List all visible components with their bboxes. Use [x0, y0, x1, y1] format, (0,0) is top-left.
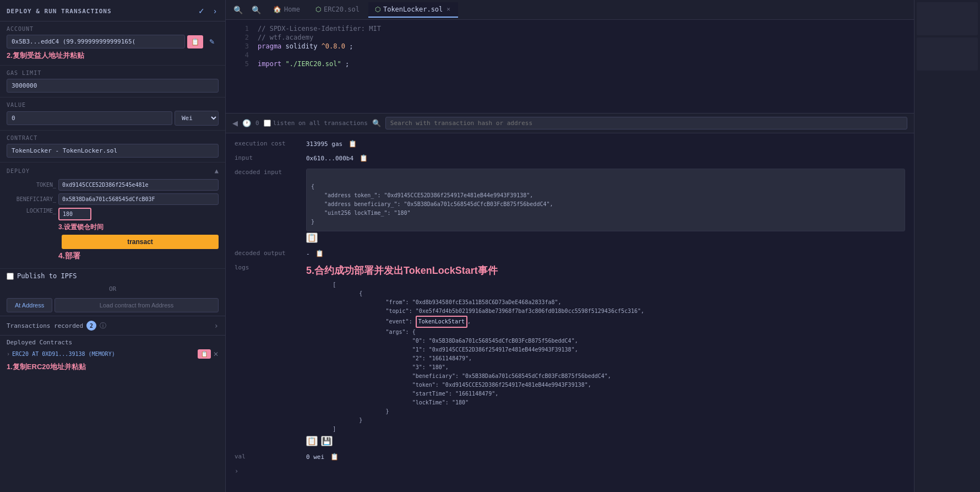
- decoded-output-row: decoded output - 📋: [235, 250, 905, 257]
- account-edit-button[interactable]: ✎: [205, 35, 219, 48]
- execution-cost-row: execution cost 313995 gas 📋: [235, 140, 905, 148]
- at-address-row: At Address Load contract from Address: [0, 295, 225, 316]
- tab-tokenlocker[interactable]: ⬡ TokenLocker.sol ✕: [368, 2, 458, 18]
- panel-header: DEPLOY & RUN TRANSACTIONS ✓ ›: [0, 0, 225, 21]
- annotation-step5: 5.合约成功部署并发出TokenLockStart事件: [306, 264, 905, 277]
- deploy-collapse-icon[interactable]: ▲: [215, 167, 219, 175]
- tx-listen-row: listen on all transactions: [264, 120, 368, 127]
- load-contract-button[interactable]: Load contract from Address: [55, 298, 219, 312]
- logs-block-container: 5.合约成功部署并发出TokenLockStart事件 [ { "from": …: [306, 264, 905, 446]
- line-num-2: 2: [232, 34, 249, 41]
- gas-input[interactable]: [7, 79, 219, 93]
- code-text-3: pragma solidity ^0.8.0 ;: [258, 42, 353, 50]
- account-select[interactable]: 0x5B3...eddC4 (99.999999999999165(: [7, 35, 185, 48]
- publish-ipfs-checkbox[interactable]: [7, 273, 14, 280]
- check-icon[interactable]: ✓: [196, 6, 207, 17]
- arrow-right-panel-icon[interactable]: ›: [211, 6, 219, 17]
- tokenlocker-tab-dot: ⬡: [375, 6, 380, 13]
- deploy-section: DEPLOY ▲ TOKEN_ BENEFICIARY_ LOCKTIME_ 3…: [0, 163, 225, 269]
- account-row: 0x5B3...eddC4 (99.999999999999165( 📋 ✎: [7, 35, 219, 48]
- locktime-row: LOCKTIME_ 3.设置锁仓时间: [7, 208, 219, 232]
- decoded-input-content: { "address token_": "0xd9145CCE52D386f25…: [306, 169, 905, 231]
- locktime-field-label: LOCKTIME_: [7, 208, 56, 214]
- tokenlocker-tab-close-icon[interactable]: ✕: [445, 6, 451, 13]
- tx-listen-checkbox[interactable]: [264, 120, 271, 127]
- logs-row: logs 5.合约成功部署并发出TokenLockStart事件 [ { "fr…: [235, 264, 905, 446]
- decoded-output-copy-button[interactable]: 📋: [315, 250, 324, 257]
- logs-save-button[interactable]: 💾: [321, 436, 333, 446]
- tx-search-icon[interactable]: 🔍: [372, 119, 381, 127]
- code-line-3: 3 pragma solidity ^0.8.0 ;: [226, 42, 914, 51]
- val-copy-button[interactable]: 📋: [330, 453, 339, 461]
- tx-search-input[interactable]: [385, 117, 907, 129]
- tab-home[interactable]: 🏠 Home: [266, 2, 307, 18]
- erc20-tab-dot: ⬡: [315, 6, 321, 13]
- beneficiary-field-label: BENEFICIARY_: [7, 196, 56, 202]
- panel-header-icons: ✓ ›: [196, 6, 219, 17]
- account-label: ACCOUNT: [7, 26, 219, 32]
- left-panel: DEPLOY & RUN TRANSACTIONS ✓ › ACCOUNT 0x…: [0, 0, 226, 492]
- transactions-row: Transactions recorded 2 ⓘ ›: [0, 316, 225, 335]
- deploy-header: DEPLOY ▲: [7, 167, 219, 175]
- tx-back-icon[interactable]: ◀: [232, 119, 238, 127]
- decoded-input-row: decoded input { "address token_": "0xd91…: [235, 169, 905, 243]
- unit-select[interactable]: Wei Gwei Ether: [175, 111, 219, 126]
- execution-cost-copy-button[interactable]: 📋: [349, 140, 357, 148]
- token-input[interactable]: [58, 179, 219, 191]
- code-line-5: 5 import "./IERC20.sol" ;: [226, 60, 914, 68]
- tab-bar: 🔍 🔍 🏠 Home ⬡ ERC20.sol ⬡ TokenLocker.sol…: [226, 0, 914, 20]
- input-row: input 0x610...000b4 📋: [235, 154, 905, 162]
- transactions-arrow[interactable]: ›: [214, 321, 219, 330]
- annotation-step3: 3.设置锁仓时间: [58, 223, 219, 232]
- home-tab-label: Home: [284, 6, 300, 13]
- val-key: val: [235, 453, 306, 461]
- code-area: 1 // SPDX-License-Identifier: MIT 2 // w…: [226, 20, 914, 113]
- input-copy-button[interactable]: 📋: [360, 154, 368, 162]
- execution-cost-value: 313995 gas 📋: [306, 140, 905, 148]
- value-section: VALUE Wei Gwei Ether: [0, 98, 225, 131]
- tx-listen-label: listen on all transactions: [273, 120, 368, 127]
- transactions-label: Transactions recorded 2 ⓘ: [7, 321, 106, 331]
- value-row: Wei Gwei Ether: [7, 111, 219, 126]
- tx-clock-icon[interactable]: 🕐: [242, 119, 251, 127]
- logs-key: logs: [235, 264, 306, 271]
- deployed-contract-item: › ERC20 AT 0XD91...39138 (MEMORY) 📋 ✕: [7, 349, 219, 359]
- beneficiary-input[interactable]: [58, 193, 219, 205]
- zoom-in-icon[interactable]: 🔍: [248, 3, 264, 17]
- tokenlocker-tab-label: TokenLocker.sol: [383, 6, 443, 13]
- deployed-contract-copy-button[interactable]: 📋: [198, 349, 211, 359]
- deploy-label: DEPLOY: [7, 168, 30, 174]
- mini-preview-1: [917, 2, 978, 35]
- deployed-contract-close-button[interactable]: ✕: [213, 350, 219, 358]
- at-address-button[interactable]: At Address: [7, 298, 52, 312]
- gas-section: GAS LIMIT: [0, 66, 225, 98]
- token-row: TOKEN_: [7, 179, 219, 191]
- decoded-input-copy-button[interactable]: 📋: [306, 233, 318, 243]
- val-value: 0 wei 📋: [306, 453, 905, 461]
- tab-erc20[interactable]: ⬡ ERC20.sol: [309, 2, 366, 18]
- value-input[interactable]: [7, 111, 172, 125]
- logs-content: [ { "from": "0xd8b934580fcE35a11B58C6D73…: [306, 280, 905, 434]
- logs-action-row: 📋 💾: [306, 436, 905, 446]
- tx-count: 0: [255, 120, 259, 127]
- zoom-out-icon[interactable]: 🔍: [230, 3, 246, 17]
- annotation-step4: 4.部署: [58, 251, 219, 261]
- locktime-input[interactable]: [58, 208, 91, 220]
- input-value: 0x610...000b4 📋: [306, 154, 905, 162]
- mini-preview-2: [917, 37, 978, 71]
- code-line-4: 4: [226, 51, 914, 60]
- contract-select[interactable]: TokenLocker - TokenLocker.sol: [7, 144, 219, 158]
- account-copy-button[interactable]: 📋: [187, 35, 203, 48]
- publish-ipfs-row: Publish to IPFS: [0, 269, 225, 283]
- info-icon[interactable]: ⓘ: [100, 321, 106, 331]
- event-name-highlight: TokenLockStart: [416, 316, 467, 328]
- decoded-input-key: decoded input: [235, 169, 306, 176]
- code-text-5: import "./IERC20.sol" ;: [258, 60, 349, 68]
- transact-button[interactable]: transact: [62, 235, 219, 249]
- terminal-arrow: ›: [235, 467, 905, 475]
- logs-copy-button[interactable]: 📋: [306, 436, 318, 446]
- input-key: input: [235, 154, 306, 162]
- line-num-5: 5: [232, 60, 249, 68]
- value-label: VALUE: [7, 102, 219, 108]
- gas-label: GAS LIMIT: [7, 70, 219, 76]
